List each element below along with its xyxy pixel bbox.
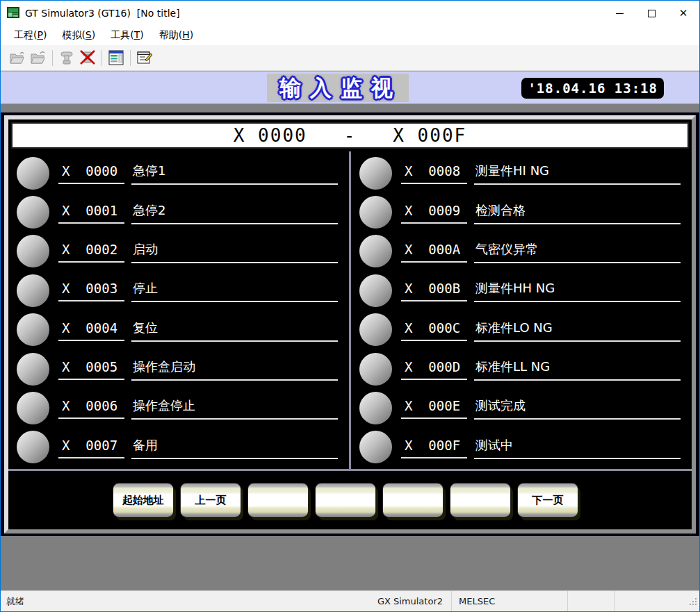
- led-ring: [359, 353, 392, 386]
- status-plc-text: MELSEC: [459, 596, 495, 606]
- menu-item-label: ): [190, 29, 193, 40]
- maximize-button[interactable]: [635, 1, 667, 26]
- device-label: 复位: [131, 318, 338, 342]
- minimize-button[interactable]: [603, 1, 635, 26]
- next-page-button[interactable]: 下一页: [517, 483, 578, 518]
- device-label: 操作盒停止: [131, 396, 338, 420]
- toolbar-separator: [101, 50, 102, 66]
- start-address-button[interactable]: 起始地址: [113, 483, 174, 518]
- device-label: 停止: [131, 279, 338, 302]
- menu-item-label: ): [43, 29, 47, 40]
- menu-item-label: S: [86, 29, 92, 40]
- connect-icon: [56, 48, 77, 67]
- status-simulator-text: GX Simulator2: [377, 596, 443, 606]
- screen-title-block: 输入监视: [267, 74, 409, 102]
- menu-item-h[interactable]: 帮助(H): [152, 27, 201, 44]
- device-address: X 0001: [58, 201, 124, 224]
- led-ring: [359, 235, 392, 267]
- divider-band-top: [1, 104, 699, 113]
- menu-item-t[interactable]: 工具(T): [103, 27, 152, 44]
- input-row: X 000A气密仪异常: [351, 232, 692, 271]
- option-icon[interactable]: [134, 48, 155, 67]
- disconnect-icon[interactable]: [77, 48, 98, 67]
- led-ring: [359, 392, 392, 424]
- device-address: X 0006: [58, 397, 124, 419]
- device-address: X 000A: [401, 240, 467, 263]
- device-label: 备用: [131, 436, 338, 459]
- device-address: X 000F: [401, 436, 467, 458]
- toolbar: [1, 45, 699, 71]
- led-ring: [359, 313, 392, 346]
- blank-button[interactable]: [247, 483, 309, 518]
- device-label: 测试完成: [474, 396, 681, 420]
- device-label: 标准件LO NG: [474, 318, 681, 342]
- blank-button[interactable]: [315, 483, 376, 518]
- close-button[interactable]: ✕: [667, 1, 699, 26]
- status-left-cell: 就绪 GX Simulator2: [1, 591, 451, 611]
- device-label: 操作盒启动: [131, 357, 338, 381]
- input-row: X 0003停止: [8, 271, 349, 310]
- device-label: 检测合格: [474, 201, 681, 224]
- device-label: 测试中: [474, 436, 681, 459]
- device-address: X 000B: [401, 279, 467, 301]
- device-label: 气密仪异常: [474, 240, 681, 263]
- menu-item-label: 工具(: [111, 29, 133, 40]
- device-address: X 0002: [58, 240, 124, 263]
- app-icon: [7, 7, 19, 19]
- monitor-panel: X 0000 - X 000F X 0000急停1X 0001急停2X 0002…: [4, 115, 696, 534]
- screen-banner: 输入监视 '18.04.16 13:18: [1, 71, 699, 104]
- device-label: 急停2: [131, 201, 338, 224]
- window-title: GT Simulator3 (GT16) [No title]: [25, 8, 180, 19]
- device-address: X 000C: [401, 319, 467, 341]
- led-ring: [17, 157, 49, 190]
- menu-item-s[interactable]: 模拟(S): [54, 27, 103, 44]
- input-row: X 000F测试中: [351, 428, 692, 467]
- menu-item-label: 帮助(: [159, 29, 182, 40]
- open-project-icon: [7, 48, 28, 67]
- status-ready-text: 就绪: [6, 595, 24, 608]
- led-ring: [359, 196, 392, 229]
- led-ring: [17, 392, 49, 424]
- device-address: X 0003: [58, 279, 124, 301]
- input-row: X 0004复位: [8, 311, 349, 349]
- led-ring: [17, 353, 49, 386]
- input-row: X 0001急停2: [8, 192, 349, 231]
- led-ring: [17, 196, 49, 229]
- clock-display: '18.04.16 13:18: [521, 78, 664, 99]
- toolbar-separator: [52, 50, 53, 66]
- menu-item-label: H: [182, 29, 190, 40]
- menu-item-label: 模拟(: [62, 29, 85, 40]
- title-bar: GT Simulator3 (GT16) [No title] ✕: [1, 1, 699, 26]
- input-row: X 000E测试完成: [351, 388, 692, 427]
- app-window: GT Simulator3 (GT16) [No title] ✕ 工程(P)模…: [0, 0, 700, 612]
- resize-grip-icon[interactable]: [689, 597, 697, 606]
- window-controls: ✕: [603, 1, 699, 26]
- led-ring: [17, 235, 49, 267]
- blank-button[interactable]: [450, 483, 511, 518]
- led-ring: [17, 274, 49, 307]
- status-plc-cell: MELSEC: [451, 591, 567, 611]
- blank-button[interactable]: [382, 483, 443, 518]
- menu-item-label: ): [140, 29, 143, 40]
- device-address: X 0005: [58, 358, 124, 380]
- led-ring: [359, 431, 392, 463]
- input-row: X 0000急停1: [8, 154, 349, 192]
- input-row: X 0007备用: [8, 428, 349, 467]
- device-address: X 0008: [401, 162, 467, 184]
- got-screen: X 0000 - X 000F X 0000急停1X 0001急停2X 0002…: [1, 113, 699, 536]
- input-row: X 0005操作盒启动: [8, 349, 349, 388]
- menu-item-p[interactable]: 工程(P): [6, 27, 54, 44]
- prev-page-button[interactable]: 上一页: [180, 483, 241, 518]
- device-label: 测量件HH NG: [474, 279, 681, 302]
- led-ring: [17, 431, 49, 463]
- input-row: X 000D标准件LL NG: [351, 349, 692, 388]
- device-label: 启动: [131, 240, 338, 263]
- device-monitor-icon[interactable]: [106, 48, 127, 67]
- screen-title: 输入监视: [279, 77, 402, 99]
- led-ring: [17, 313, 49, 346]
- input-rows-area: X 0000急停1X 0001急停2X 0002启动X 0003停止X 0004…: [8, 151, 692, 469]
- input-row: X 0009检测合格: [351, 192, 692, 231]
- close-icon: ✕: [679, 8, 688, 19]
- status-empty-cell: [567, 591, 614, 611]
- device-address: X 0007: [58, 436, 124, 458]
